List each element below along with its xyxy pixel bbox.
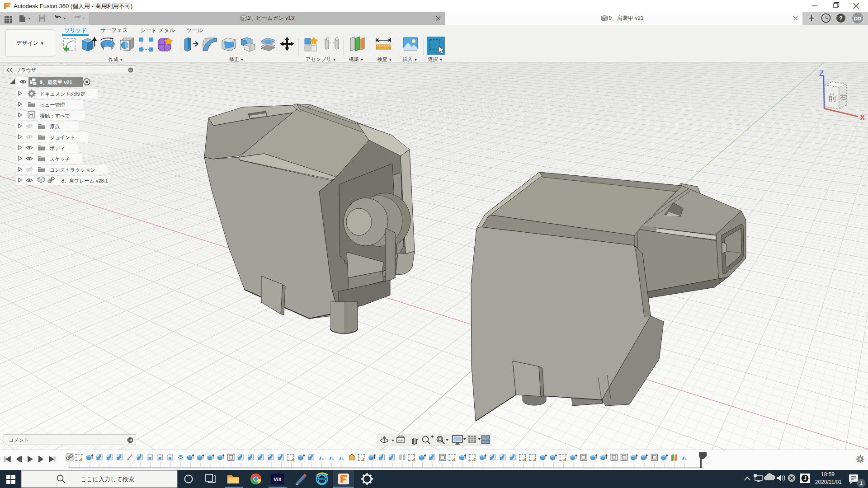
svg-text:J: J bbox=[803, 475, 807, 482]
svg-text:9、肩装甲 v21: 9、肩装甲 v21 bbox=[40, 80, 72, 85]
svg-text:ジョイント: ジョイント bbox=[50, 135, 75, 140]
svg-text:ドキュメントの設定: ドキュメントの設定 bbox=[40, 91, 85, 97]
svg-text:ViX: ViX bbox=[274, 477, 282, 482]
svg-text:ビュー管理: ビュー管理 bbox=[40, 102, 65, 108]
svg-text:DD: DD bbox=[854, 16, 861, 21]
svg-text:1: 1 bbox=[860, 480, 863, 486]
svg-text:右: 右 bbox=[840, 94, 846, 101]
svg-text:Z: Z bbox=[819, 69, 824, 78]
svg-text:接触：すべて: 接触：すべて bbox=[40, 113, 70, 118]
svg-text:18:59: 18:59 bbox=[821, 471, 835, 478]
svg-text:原点: 原点 bbox=[50, 124, 60, 129]
svg-text:ボディ: ボディ bbox=[50, 145, 65, 151]
svg-text:前: 前 bbox=[828, 93, 837, 103]
svg-text:コンストラクション: コンストラクション bbox=[50, 167, 95, 173]
svg-text:2020/11/01: 2020/11/01 bbox=[815, 479, 842, 485]
svg-text:スケッチ: スケッチ bbox=[50, 156, 70, 162]
svg-text:?: ? bbox=[839, 15, 843, 22]
svg-text:X: X bbox=[860, 113, 865, 122]
svg-text:ここに入力して検索: ここに入力して検索 bbox=[80, 476, 134, 483]
svg-text:8、肩フレーム v28:1: 8、肩フレーム v28:1 bbox=[61, 178, 108, 183]
